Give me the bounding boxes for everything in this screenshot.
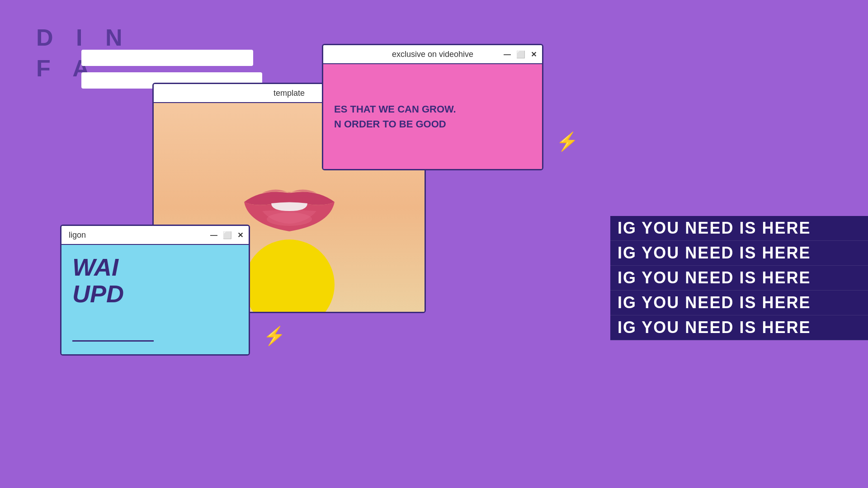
videohive-text-line-2: N ORDER TO BE GOOD	[334, 117, 531, 131]
ligon-text-line-2: UPD	[72, 281, 238, 307]
ligon-underline	[72, 340, 154, 342]
videohive-content: ES THAT WE CAN GROW. N ORDER TO BE GOOD	[323, 64, 542, 169]
ligon-text-line-1: WAI	[72, 254, 238, 281]
svg-point-0	[267, 212, 312, 226]
repeat-line-4: IG YOU NEED IS HERE	[610, 291, 868, 315]
ligon-big-text: WAI UPD	[72, 254, 238, 308]
ligon-window-controls: — ⬜ ✕	[210, 231, 243, 239]
ligon-maximize-button[interactable]: ⬜	[223, 231, 232, 239]
videohive-maximize-button[interactable]: ⬜	[516, 50, 525, 59]
repeat-line-3: IG YOU NEED IS HERE	[610, 266, 868, 291]
white-bar-1	[81, 50, 253, 66]
template-window-title: template	[274, 89, 305, 98]
ligon-close-button[interactable]: ✕	[237, 231, 243, 239]
ligon-window: ligon — ⬜ ✕ WAI UPD	[60, 225, 250, 356]
videohive-window: exclusive on videohive — ⬜ ✕ ES THAT WE …	[322, 44, 543, 170]
videohive-text-line-1: ES THAT WE CAN GROW.	[334, 102, 531, 117]
ligon-window-title: ligon	[69, 230, 86, 240]
repeat-line-2: IG YOU NEED IS HERE	[610, 241, 868, 266]
ligon-minimize-button[interactable]: —	[210, 231, 217, 239]
videohive-minimize-button[interactable]: —	[504, 50, 511, 58]
repeat-line-5: IG YOU NEED IS HERE	[610, 315, 868, 340]
lightning-icon-bottom: ⚡	[263, 325, 286, 347]
videohive-close-button[interactable]: ✕	[531, 50, 537, 59]
letter-row-1: D I N	[36, 23, 130, 53]
videohive-titlebar: exclusive on videohive — ⬜ ✕	[323, 45, 542, 64]
videohive-window-controls: — ⬜ ✕	[504, 50, 537, 59]
repeat-banner: IG YOU NEED IS HERE IG YOU NEED IS HERE …	[610, 216, 868, 340]
videohive-window-title: exclusive on videohive	[392, 50, 473, 59]
repeat-line-1: IG YOU NEED IS HERE	[610, 216, 868, 241]
ligon-content: WAI UPD	[61, 245, 249, 354]
lightning-icon-right: ⚡	[556, 131, 579, 152]
ligon-titlebar: ligon — ⬜ ✕	[61, 226, 249, 245]
